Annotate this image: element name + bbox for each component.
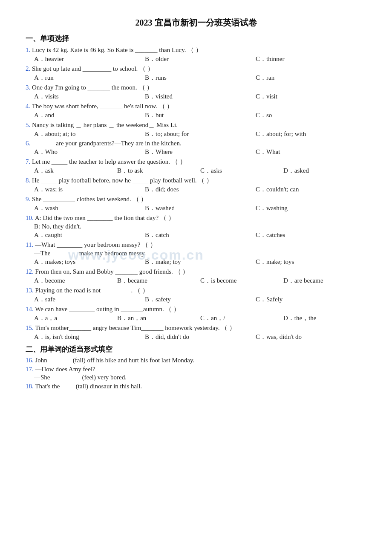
options-row-8: A．was; isB．did; doesC．couldn't; can [34, 185, 366, 194]
options-row-13: A．safeB．safetyC．Safely [34, 295, 366, 304]
fill-q-num-3: 18. [26, 383, 35, 390]
options-row-12: A．becomeB．becameC．is becomeD．are became [34, 277, 366, 285]
option-15-B: B．did, didn't do [145, 333, 256, 341]
fill-q-text-2: —How does Amy feel? [35, 366, 95, 373]
option-12-D: D．are became [283, 277, 366, 285]
option-14-C: C．an，/ [200, 314, 283, 322]
options-row-9: A．washB．washedC．washing [34, 204, 366, 212]
option-12-B: B．became [117, 277, 200, 285]
question-block-4: 4. The boy was short before, _______ he'… [26, 102, 366, 119]
option-6-A: A．Who [34, 148, 145, 156]
q-num-5: 5. [26, 121, 32, 128]
question-line-12: 12. From then on, Sam and Bobby _______ … [26, 268, 366, 276]
q-num-9: 9. [26, 196, 32, 202]
question-block-10: 10. A: Did the two men ________ the lion… [26, 214, 366, 239]
q-text-4: The boy was short before, _______ he's t… [32, 103, 173, 110]
fill-question-block-3: 18. That's the ____ (tall) dinosaur in t… [26, 383, 366, 390]
q-text-1: Lucy is 42 kg. Kate is 46 kg. So Kate is… [32, 46, 202, 53]
option-4-C: C．so [256, 111, 366, 119]
question-line-5: 5. Nancy is talking ＿ her plans ＿ the we… [26, 121, 366, 129]
fill-q-line-2: 17. —How does Amy feel? [26, 366, 366, 373]
q-num-4: 4. [26, 103, 32, 110]
question-block-2: 2. She got up late and _________ to scho… [26, 65, 366, 82]
question-block-9: 9. She __________ clothes last weekend. … [26, 195, 366, 212]
question-line-9: 9. She __________ clothes last weekend. … [26, 195, 366, 203]
options-row-7: A．askB．to askC．asksD．asked [34, 167, 366, 175]
q-text-9: She __________ clothes last weekend. （ ） [32, 196, 147, 202]
question-line-13: 13. Playing on the road is not _________… [26, 286, 366, 295]
q-num-2: 2. [26, 65, 32, 72]
question-block-15: 15. Tim's mother_______ angry because Ti… [26, 324, 366, 341]
q-num-14: 14. [26, 306, 35, 312]
fill-q-num-1: 16. [26, 357, 35, 364]
question-line-10: 10. A: Did the two men ________ the lion… [26, 214, 366, 222]
q-text-5: Nancy is talking ＿ her plans ＿ the weeke… [32, 121, 178, 128]
options-row-5: A．about; at; toB．to; about; forC．about; … [34, 130, 366, 138]
option-12-A: A．become [34, 277, 117, 285]
option-4-A: A．and [34, 111, 145, 119]
option-1-C: C．thinner [256, 55, 366, 63]
options-row-4: A．andB．butC．so [34, 111, 366, 119]
option-11-C: C．make; toys [256, 258, 366, 266]
q-text-6: _______ are your grandparents?—They are … [32, 140, 182, 147]
option-5-A: A．about; at; to [34, 130, 145, 138]
question-line-8: 8. He _____ play football before, now he… [26, 176, 366, 185]
option-8-A: A．was; is [34, 185, 145, 194]
option-2-C: C．ran [256, 74, 366, 82]
section1-title: 一、单项选择 [26, 34, 366, 43]
q-num-13: 13. [26, 287, 35, 294]
option-11-A: A．makes; toys [34, 258, 145, 266]
q-num-7: 7. [26, 158, 32, 165]
option-8-C: C．couldn't; can [256, 185, 366, 194]
option-14-B: B．an，an [117, 314, 200, 322]
question-block-8: 8. He _____ play football before, now he… [26, 176, 366, 194]
option-14-A: A．a，a [34, 314, 117, 322]
option-7-C: C．asks [200, 167, 283, 175]
fill-q-subtext-2: —She _________ (feel) very bored. [34, 374, 366, 381]
fill-q-text-3: That's the ____ (tall) dinosaur in this … [35, 383, 142, 390]
option-2-B: B．runs [145, 74, 256, 82]
option-6-C: C．What [256, 148, 366, 156]
q-text-3: One day I'm going to _______ the moon. （… [32, 84, 153, 91]
option-11-B: B．make; toy [145, 258, 256, 266]
options-row-6: A．WhoB．WhereC．What [34, 148, 366, 156]
question-block-6: 6. _______ are your grandparents?—They a… [26, 140, 366, 156]
question-block-5: 5. Nancy is talking ＿ her plans ＿ the we… [26, 121, 366, 138]
option-2-A: A．run [34, 74, 145, 82]
options-row-14: A．a，aB．an，anC．an，/D．the，the [34, 314, 366, 322]
q-num-15: 15. [26, 324, 35, 331]
question-block-12: 12. From then on, Sam and Bobby _______ … [26, 268, 366, 285]
question-line-7: 7. Let me _____ the teacher to help answ… [26, 158, 366, 166]
options-row-15: A．is, isn't doingB．did, didn't doC．was, … [34, 333, 366, 341]
option-10-B: B．catch [145, 231, 256, 239]
option-4-B: B．but [145, 111, 256, 119]
section2-title: 二、用单词的适当形式填空 [26, 344, 366, 354]
question-line-4: 4. The boy was short before, _______ he'… [26, 102, 366, 110]
q-num-1: 1. [26, 46, 32, 53]
option-14-D: D．the，the [283, 314, 366, 322]
q-num-10: 10. [26, 214, 35, 221]
option-10-C: C．catches [256, 231, 366, 239]
option-6-B: B．Where [145, 148, 256, 156]
q-text-8: He _____ play football before, now he __… [32, 177, 213, 184]
option-13-C: C．Safely [256, 295, 366, 304]
q-text-14: We can have ________ outing in _______au… [35, 306, 180, 312]
q-text-2: She got up late and _________ to school.… [32, 65, 154, 72]
option-5-B: B．to; about; for [145, 130, 256, 138]
option-1-B: B．older [145, 55, 256, 63]
q-text-15: Tim's mother_______ angry because Tim___… [35, 324, 236, 331]
option-3-B: B．visited [145, 92, 256, 101]
option-5-C: C．about; for; with [256, 130, 366, 138]
question-line-3: 3. One day I'm going to _______ the moon… [26, 84, 366, 92]
q-num-6: 6. [26, 140, 32, 147]
fill-q-line-1: 16. John _______ (fall) off his bike and… [26, 357, 366, 364]
q-text-13: Playing on the road is not _________. （ … [35, 287, 149, 294]
option-12-C: C．is become [200, 277, 283, 285]
q-text-11: —What ________ your bedroom messy? （ ） [35, 241, 156, 248]
options-row-10: A．caughtB．catchC．catches [34, 231, 366, 239]
options-row-3: A．visitsB．visitedC．visit [34, 92, 366, 101]
q-num-11: 11. [26, 241, 35, 248]
options-row-11: A．makes; toysB．make; toyC．make; toys [34, 258, 366, 266]
question-line-1: 1. Lucy is 42 kg. Kate is 46 kg. So Kate… [26, 46, 366, 54]
question-line-6: 6. _______ are your grandparents?—They a… [26, 140, 366, 147]
